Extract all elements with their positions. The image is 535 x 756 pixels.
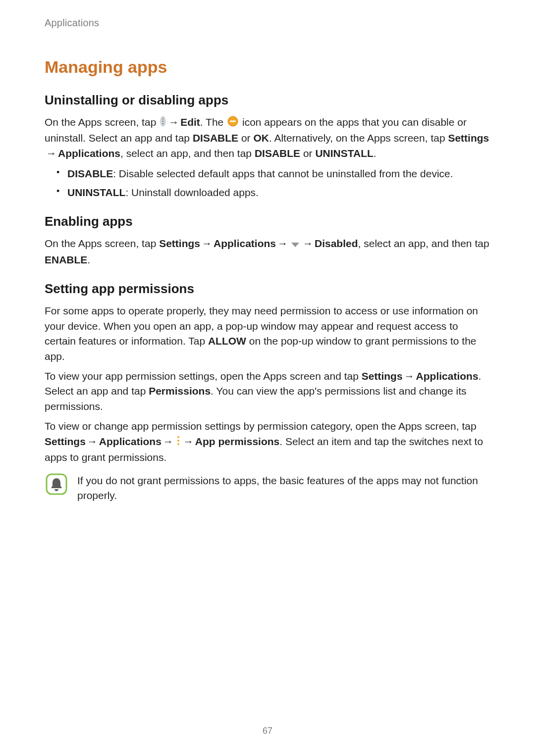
paragraph-enabling: On the Apps screen, tap Settings → Appli… — [45, 236, 490, 267]
chevron-down-icon — [290, 237, 300, 252]
note-text: If you do not grant permissions to apps,… — [77, 473, 490, 504]
label-enable: ENABLE — [45, 254, 87, 265]
label-applications: Applications — [214, 238, 276, 249]
list-item: DISABLE: Disable selected default apps t… — [58, 166, 490, 182]
heading-uninstalling: Uninstalling or disabling apps — [45, 93, 490, 108]
text: . — [87, 254, 90, 265]
arrow: → — [182, 434, 195, 449]
label-applications: Applications — [99, 436, 161, 447]
list-uninstalling: DISABLE: Disable selected default apps t… — [45, 166, 490, 200]
label-app-permissions: App permissions — [195, 436, 279, 447]
arrow: → — [276, 236, 289, 251]
svg-point-8 — [177, 440, 179, 442]
text: , select an app, and then tap — [120, 148, 255, 159]
paragraph-uninstalling: On the Apps screen, tap → Edit. The icon… — [45, 115, 490, 161]
svg-marker-6 — [291, 243, 299, 247]
text: On the Apps screen, tap — [45, 116, 159, 128]
text: or — [300, 148, 315, 159]
arrow: → — [86, 434, 99, 449]
arrow: → — [167, 115, 180, 130]
svg-rect-5 — [230, 121, 236, 122]
more-icon — [160, 116, 166, 131]
paragraph-permissions-1: For some apps to operate properly, they … — [45, 303, 490, 364]
arrow: → — [161, 434, 175, 449]
text: : Uninstall downloaded apps. — [125, 187, 259, 198]
list-item: UNINSTALL: Uninstall downloaded apps. — [58, 185, 490, 201]
page-title: Managing apps — [45, 57, 490, 77]
svg-point-7 — [177, 436, 179, 438]
page: Applications Managing apps Uninstalling … — [0, 0, 535, 756]
label-settings: Settings — [159, 238, 200, 249]
heading-permissions: Setting app permissions — [45, 281, 490, 297]
label-disable: DISABLE — [255, 148, 300, 159]
text: . The — [200, 116, 226, 128]
label-settings: Settings — [362, 370, 403, 382]
running-header: Applications — [45, 17, 490, 29]
svg-point-1 — [162, 118, 164, 120]
label-uninstall: UNINSTALL — [315, 148, 373, 159]
text: , select an app, and then tap — [358, 238, 489, 249]
note-bell-icon — [46, 473, 67, 497]
arrow: → — [301, 236, 315, 251]
label-allow: ALLOW — [208, 335, 246, 347]
label-permissions: Permissions — [149, 385, 211, 397]
label-disable: DISABLE — [67, 168, 113, 179]
text: . Alternatively, on the Apps screen, tap — [269, 132, 448, 144]
svg-point-2 — [162, 121, 164, 122]
text: To view your app permission settings, op… — [45, 370, 362, 382]
svg-point-3 — [162, 123, 164, 125]
label-settings: Settings — [45, 436, 86, 447]
text: On the Apps screen, tap — [45, 238, 159, 249]
text: or — [238, 132, 253, 144]
minus-badge-icon — [227, 116, 238, 131]
heading-enabling: Enabling apps — [45, 214, 490, 229]
text: . — [374, 148, 376, 159]
label-applications: Applications — [58, 148, 120, 159]
more-vertical-icon — [176, 435, 181, 450]
svg-point-9 — [177, 443, 179, 445]
label-ok: OK — [253, 132, 269, 144]
text: : Disable selected default apps that can… — [113, 168, 453, 179]
paragraph-permissions-3: To view or change app permission setting… — [45, 419, 490, 465]
label-edit: Edit — [180, 116, 200, 128]
page-number: 67 — [0, 726, 535, 736]
label-disabled: Disabled — [315, 238, 358, 249]
label-applications: Applications — [416, 370, 479, 382]
label-disable: DISABLE — [193, 132, 238, 144]
paragraph-permissions-2: To view your app permission settings, op… — [45, 369, 490, 414]
text: To view or change app permission setting… — [45, 420, 477, 432]
note-block: If you do not grant permissions to apps,… — [45, 473, 490, 504]
label-settings: Settings — [448, 132, 489, 144]
label-uninstall: UNINSTALL — [67, 187, 125, 198]
arrow: → — [403, 369, 416, 384]
arrow: → — [45, 146, 58, 161]
arrow: → — [200, 236, 214, 251]
